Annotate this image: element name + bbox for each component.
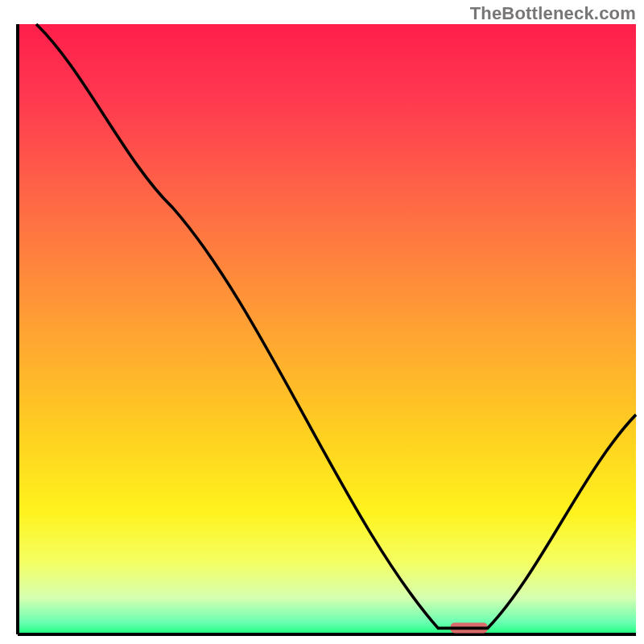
bottleneck-chart: TheBottleneck.com	[0, 0, 644, 644]
watermark-label: TheBottleneck.com	[470, 3, 636, 24]
svg-rect-0	[18, 24, 636, 634]
chart-background	[0, 0, 644, 644]
